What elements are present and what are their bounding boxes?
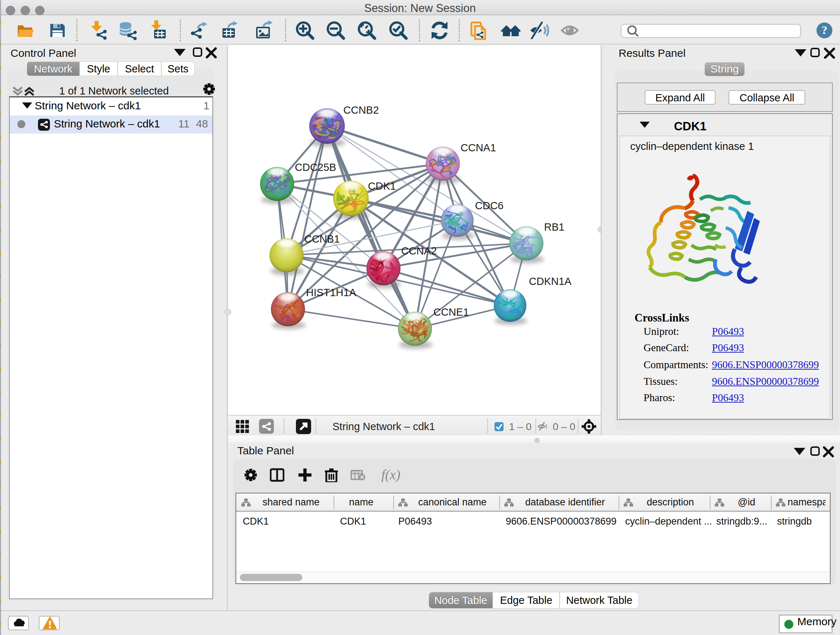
svg-text:?: ? [821, 24, 827, 36]
